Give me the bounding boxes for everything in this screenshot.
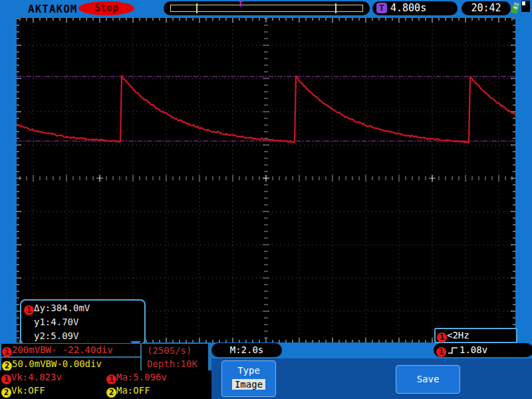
softkey-menu-panel: Type Image Save <box>211 358 532 399</box>
record-window-frame <box>170 5 363 12</box>
frequency-value: <2Hz <box>447 330 469 340</box>
channel2-scale-position: 50.0mVBW-0.00div <box>12 358 102 369</box>
storage-device-icon <box>521 1 531 13</box>
timebase-readout: M:2.0s <box>211 343 282 357</box>
type-button[interactable]: Type Image <box>221 360 276 397</box>
ch1-max-measurement: Ma:5.096v <box>116 372 167 382</box>
channel2-badge: 2 <box>1 388 11 398</box>
trigger-level-value: 1.08v <box>460 344 487 355</box>
frequency-counter: 1<2Hz <box>434 328 517 343</box>
cursor-y1: y1:4.70V <box>24 315 144 329</box>
trigger-level-readout: 11.08v <box>434 343 532 357</box>
run-stop-button[interactable]: Stop <box>78 1 134 15</box>
type-button-label: Type <box>222 365 275 376</box>
window-left-bracket <box>196 3 198 13</box>
clock: 20:42 <box>462 1 511 15</box>
trigger-icon: T <box>376 3 387 13</box>
acquisition-status: (250S/s) Depth:10K <box>141 343 209 371</box>
cursor-delta-y: Δy:384.0mV <box>34 303 90 313</box>
cursor-measurement-box: 1Δy:384.0mV y1:4.70V y2:5.09V <box>20 299 146 345</box>
channel1-badge: 1 <box>437 332 447 342</box>
channel1-status: 1200mVBW- -22.40div <box>1 343 141 357</box>
channel1-scale-position: 200mVBW- -22.40div <box>12 344 113 355</box>
channel1-badge: 1 <box>1 374 11 384</box>
channel2-status: 250.0mVBW-0.00div <box>1 357 141 371</box>
oscilloscope-screen: AKTAKOM Stop T T 4.800s 20:42 1Δy:384.0m… <box>0 0 532 399</box>
ch1-vpp-measurement: Vk:4.823v <box>11 372 62 382</box>
channel2-badge: 2 <box>2 361 12 371</box>
channel1-badge: 1 <box>24 305 34 315</box>
cursor-y2: y2:5.09V <box>24 329 144 343</box>
window-right-bracket <box>335 3 336 13</box>
channel2-badge: 2 <box>106 388 116 398</box>
measurement-readouts: 1Vk:4.823v 1Ma:5.096v 2Vk:OFF 2Ma:OFF <box>0 370 211 399</box>
usb-drive-icon <box>510 2 521 15</box>
trigger-position-marker: T <box>238 0 243 9</box>
trigger-time-readout: T 4.800s <box>372 1 458 15</box>
trigger-time-value: 4.800s <box>390 2 426 14</box>
sample-rate: (250S/s) <box>142 344 208 357</box>
waveform-display <box>17 18 515 342</box>
ch2-vpp-measurement: Vk:OFF <box>11 385 45 396</box>
channel1-badge: 1 <box>106 374 116 384</box>
rising-edge-icon <box>448 346 458 354</box>
scope-graticule-and-trace <box>17 18 515 342</box>
ch2-max-measurement: Ma:OFF <box>116 385 150 396</box>
channel1-badge: 1 <box>2 347 12 357</box>
memory-depth: Depth:10K <box>142 357 208 370</box>
brand-logo: AKTAKOM <box>28 3 77 15</box>
trigger-position-bar[interactable]: T <box>164 1 370 15</box>
channel1-badge: 1 <box>436 347 446 357</box>
type-button-value: Image <box>232 379 265 390</box>
save-button[interactable]: Save <box>396 365 460 394</box>
